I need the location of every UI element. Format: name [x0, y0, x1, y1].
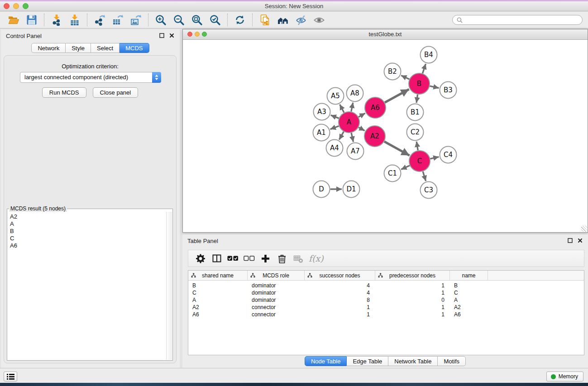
zoom-selected-button[interactable] — [206, 13, 224, 27]
table-row[interactable]: Cdominator41C — [188, 290, 584, 297]
table-cell[interactable]: A2 — [450, 304, 488, 311]
tab-mcds[interactable]: MCDS — [120, 43, 149, 53]
delete-table-button[interactable] — [291, 252, 306, 265]
graph-edge-C-C3[interactable] — [423, 172, 426, 181]
save-session-button[interactable] — [23, 13, 41, 27]
table-row[interactable]: Bdominator41B — [188, 282, 584, 290]
graph-edge-B-B1[interactable] — [416, 95, 418, 103]
column-header-name[interactable]: name — [450, 271, 488, 280]
graph-edge-C-C1[interactable] — [401, 166, 410, 170]
graph-edge-B-B2[interactable] — [401, 76, 409, 79]
graph-edge-A6-B[interactable] — [385, 89, 409, 102]
graph-edge-C-C4[interactable] — [430, 157, 439, 159]
column-header-shared-name[interactable]: shared name — [188, 271, 248, 280]
export-network-button[interactable] — [91, 13, 109, 27]
close-window-button[interactable] — [4, 3, 10, 9]
zoom-out-button[interactable] — [170, 13, 188, 27]
tab-network-table[interactable]: Network Table — [388, 356, 438, 366]
table-cell[interactable]: B — [450, 282, 488, 290]
table-cell[interactable]: C — [450, 290, 488, 297]
table-cell[interactable]: dominator — [248, 297, 305, 304]
minimize-view-button[interactable] — [195, 32, 200, 37]
optimization-criterion-select[interactable]: largest connected component (directed) — [20, 72, 161, 83]
table-cell[interactable]: 4 — [305, 282, 375, 290]
maximize-view-button[interactable] — [202, 32, 207, 37]
column-header-mcds-role[interactable]: MCDS role — [248, 271, 305, 280]
export-table-button[interactable] — [109, 13, 127, 27]
column-header-successor-nodes[interactable]: successor nodes — [305, 271, 375, 280]
close-panel-icon[interactable] — [169, 33, 174, 38]
tab-style[interactable]: Style — [66, 43, 91, 53]
table-cell[interactable]: connector — [248, 304, 305, 311]
search-field[interactable] — [452, 15, 583, 25]
search-input[interactable] — [465, 16, 578, 24]
mcds-result-item[interactable]: A6 — [10, 242, 166, 249]
mcds-result-item[interactable]: A — [10, 220, 166, 228]
graph-edge-A-A5[interactable] — [340, 105, 344, 113]
table-row[interactable]: A6connector11A6 — [188, 311, 584, 319]
refresh-view-button[interactable] — [231, 13, 249, 27]
new-network-from-selection-button[interactable] — [256, 13, 274, 27]
table-row[interactable]: Adominator80A — [188, 297, 584, 304]
import-network-button[interactable] — [48, 13, 66, 27]
import-table-button[interactable] — [66, 13, 84, 27]
graph-edge-C-C2[interactable] — [416, 142, 418, 151]
column-header-predecessor-nodes[interactable]: predecessor nodes — [375, 271, 450, 280]
close-table-panel-icon[interactable] — [578, 238, 583, 243]
mcds-result-list[interactable]: A2ABCA6 — [8, 212, 166, 360]
table-cell[interactable]: 1 — [305, 311, 375, 319]
graph-edge-A-A2[interactable] — [359, 128, 365, 131]
close-view-button[interactable] — [187, 32, 192, 37]
graph-edge-A-A3[interactable] — [331, 115, 339, 119]
table-cell[interactable]: dominator — [248, 282, 305, 290]
mcds-result-item[interactable]: C — [10, 235, 166, 242]
task-history-button[interactable] — [4, 372, 17, 381]
memory-button[interactable]: Memory — [546, 372, 583, 381]
table-cell[interactable]: dominator — [248, 290, 305, 297]
table-cell[interactable]: 0 — [375, 297, 450, 304]
show-all-button[interactable] — [310, 13, 328, 27]
graph-edge-A-A8[interactable] — [351, 103, 353, 112]
table-cell[interactable]: 8 — [305, 297, 375, 304]
minimize-window-button[interactable] — [13, 3, 19, 9]
float-panel-icon[interactable] — [159, 33, 164, 38]
delete-columns-button[interactable] — [274, 252, 289, 265]
tab-edge-table[interactable]: Edge Table — [347, 356, 388, 366]
run-mcds-button[interactable]: Run MCDS — [42, 87, 86, 98]
graph-edge-A-A4[interactable] — [339, 132, 344, 140]
select-all-columns-button[interactable] — [225, 252, 240, 265]
result-scrollbar[interactable] — [166, 212, 172, 360]
create-column-button[interactable] — [258, 252, 273, 265]
table-cell[interactable]: A2 — [188, 304, 248, 311]
home-button[interactable] — [274, 13, 292, 27]
tab-network[interactable]: Network — [31, 43, 66, 53]
export-image-button[interactable] — [127, 13, 145, 27]
table-cell[interactable]: C — [188, 290, 248, 297]
table-cell[interactable]: connector — [248, 311, 305, 319]
graph-edge-A2-C[interactable] — [384, 142, 410, 156]
open-session-button[interactable] — [5, 13, 23, 27]
graph-edge-A-A6[interactable] — [359, 113, 365, 117]
graph-edge-A-A7[interactable] — [351, 133, 353, 142]
show-columns-button[interactable] — [209, 252, 224, 265]
table-cell[interactable]: A — [450, 297, 488, 304]
network-canvas[interactable]: B4B2BB3A5A8A6B1A3AC2A1A2A4A7C4CC1C3DD1 — [183, 40, 588, 232]
tab-node-table[interactable]: Node Table — [305, 356, 347, 366]
mcds-result-item[interactable]: B — [10, 228, 166, 235]
table-cell[interactable]: 1 — [375, 304, 450, 311]
graph-edge-B-B4[interactable] — [423, 64, 426, 73]
unselect-all-columns-button[interactable] — [242, 252, 257, 265]
float-table-panel-icon[interactable] — [568, 238, 573, 243]
table-cell[interactable]: 1 — [375, 311, 450, 319]
table-cell[interactable]: A6 — [450, 311, 488, 319]
graph-edge-A-A1[interactable] — [330, 126, 339, 129]
table-row[interactable]: A2connector11A2 — [188, 304, 584, 311]
zoom-in-button[interactable] — [152, 13, 170, 27]
resize-grip[interactable] — [581, 226, 587, 232]
tab-motifs[interactable]: Motifs — [438, 356, 466, 366]
maximize-window-button[interactable] — [23, 3, 29, 9]
tab-select[interactable]: Select — [91, 43, 120, 53]
table-mode-button[interactable] — [193, 252, 208, 265]
table-cell[interactable]: 4 — [305, 290, 375, 297]
graph-edge-B-B3[interactable] — [430, 86, 439, 88]
